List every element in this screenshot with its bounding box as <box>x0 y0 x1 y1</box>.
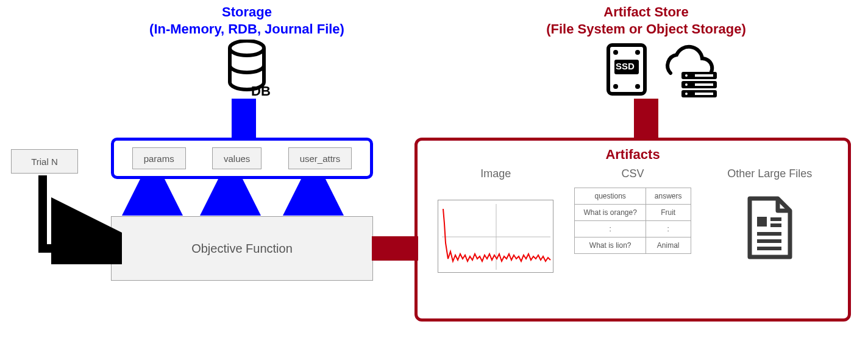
storage-title-line2: (In-Memory, RDB, Journal File) <box>116 21 378 38</box>
artifacts-image-col: Image <box>427 167 564 273</box>
database-icon: DB <box>226 40 268 100</box>
svg-point-4 <box>613 84 618 89</box>
storage-fields-box: params values user_attrs <box>111 138 373 179</box>
ssd-label: SSD <box>616 61 635 71</box>
artifacts-other-col: Other Large Files <box>701 167 838 265</box>
arrow-artifacts-to-store <box>634 99 658 139</box>
params-label: params <box>144 153 174 164</box>
svg-point-10 <box>685 74 688 77</box>
artifact-store-title-line1: Artifact Store <box>445 4 847 21</box>
arrow-storage-to-db <box>232 99 256 139</box>
storage-title-line1: Storage <box>116 4 378 21</box>
artifact-store-title: Artifact Store (File System or Object St… <box>445 4 847 37</box>
values-label: values <box>224 153 250 164</box>
svg-point-12 <box>685 93 688 95</box>
csv-header-questions: questions <box>575 188 646 205</box>
artifact-store-title-line2: (File System or Object Storage) <box>445 21 847 38</box>
svg-point-5 <box>635 84 640 89</box>
arrow-trial-to-objective <box>30 173 122 264</box>
table-row: What is lion? Animal <box>575 237 691 254</box>
arrows-objective-to-storage <box>108 178 377 218</box>
params-chip: params <box>132 147 186 169</box>
trial-label: Trial N <box>31 156 58 167</box>
other-col-title: Other Large Files <box>727 167 812 180</box>
image-col-title: Image <box>480 167 511 180</box>
storage-title: Storage (In-Memory, RDB, Journal File) <box>116 4 378 37</box>
svg-rect-13 <box>695 74 713 77</box>
objective-function-box: Objective Function <box>111 216 373 281</box>
trial-box: Trial N <box>11 149 78 174</box>
svg-rect-18 <box>757 217 767 227</box>
svg-point-0 <box>230 41 264 55</box>
objective-label: Objective Function <box>191 242 293 256</box>
svg-rect-14 <box>695 83 713 86</box>
csv-col-title: CSV <box>622 167 644 180</box>
svg-point-11 <box>685 83 688 86</box>
table-row: : : <box>575 221 691 237</box>
user-attrs-chip: user_attrs <box>288 147 352 169</box>
db-label-text: DB <box>251 83 271 99</box>
file-icon <box>742 196 797 265</box>
svg-point-3 <box>635 50 640 55</box>
svg-rect-15 <box>695 93 713 95</box>
artifact-store-icons: SSD <box>603 43 713 97</box>
artifacts-box: Artifacts Image CSV questions answers Wh… <box>414 138 851 322</box>
user-attrs-label: user_attrs <box>300 153 341 164</box>
table-row: What is orange? Fruit <box>575 205 691 221</box>
values-chip: values <box>212 147 261 169</box>
svg-point-2 <box>613 50 618 55</box>
csv-table: questions answers What is orange? Fruit … <box>574 188 691 254</box>
sample-chart-icon <box>438 200 553 273</box>
artifacts-csv-col: CSV questions answers What is orange? Fr… <box>564 167 702 254</box>
csv-header-answers: answers <box>646 188 691 205</box>
artifacts-title: Artifacts <box>427 147 838 163</box>
arrow-objective-to-artifacts <box>372 236 418 261</box>
